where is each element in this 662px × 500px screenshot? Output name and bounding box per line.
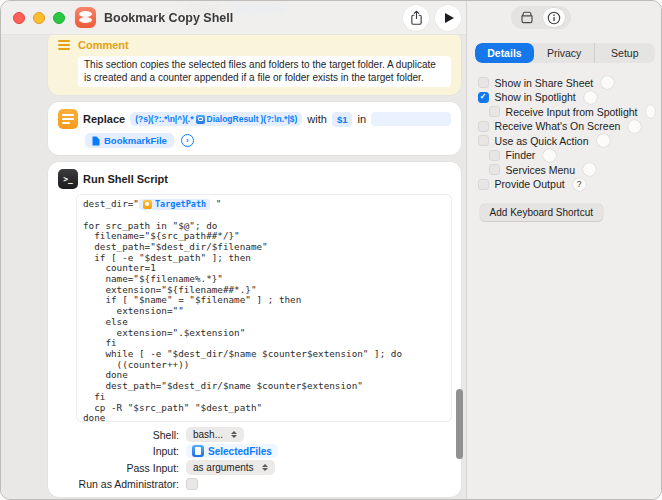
zoom-window-button[interactable] — [53, 12, 65, 24]
replace-action[interactable]: Replace (?s)(?:.*\n|^)(.* DialogResult )… — [48, 102, 461, 155]
titlebar: Bookmark Copy Shell — [1, 1, 466, 35]
editor-area: Reveal SelectedFile Bookmark Copy Shell — [1, 1, 466, 500]
script-body: for src_path in "$@"; do filename="${src… — [83, 220, 402, 422]
add-keyboard-shortcut-button[interactable]: Add Keyboard Shortcut — [480, 204, 603, 221]
pass-input-select[interactable]: as arguments — [186, 460, 275, 475]
tab-setup[interactable]: Setup — [594, 43, 655, 63]
action-library-icon — [520, 11, 534, 24]
run-as-admin-label: Run as Administrator: — [58, 478, 179, 490]
option-checkbox[interactable] — [478, 179, 489, 190]
option-label: Finder — [506, 149, 536, 161]
shell-label: Shell: — [58, 429, 179, 441]
share-icon — [410, 10, 423, 26]
in-label: in — [357, 113, 366, 125]
selectedfiles-icon — [192, 445, 204, 457]
dialog-result-variable[interactable]: DialogResult — [207, 114, 259, 124]
sidebar-option-row[interactable]: Receive Input from Spotlight — [489, 106, 655, 117]
shortcuts-window: Reveal SelectedFile Bookmark Copy Shell — [0, 0, 662, 500]
run-as-admin-checkbox[interactable] — [186, 478, 198, 490]
option-label: Services Menu — [506, 164, 575, 176]
help-icon[interactable]: ? — [573, 178, 586, 191]
comment-action[interactable]: Comment This section copies the selected… — [48, 31, 461, 95]
shell-action-title: Run Shell Script — [83, 173, 168, 185]
dialog-result-icon — [196, 115, 205, 124]
replace-action-title: Replace — [83, 113, 125, 125]
help-icon[interactable] — [646, 105, 656, 118]
comment-action-title: Comment — [78, 39, 129, 51]
help-icon[interactable] — [583, 163, 596, 176]
option-checkbox[interactable] — [489, 150, 500, 161]
script-suffix: " — [210, 198, 221, 209]
help-icon[interactable] — [628, 120, 641, 133]
info-icon — [547, 11, 561, 25]
tab-privacy[interactable]: Privacy — [534, 43, 594, 63]
comment-icon — [58, 40, 70, 50]
run-shell-script-action[interactable]: >_ Run Shell Script dest_dir="TargetPath… — [48, 162, 461, 497]
option-label: Show in Share Sheet — [495, 77, 594, 89]
script-prefix: dest_dir=" — [83, 198, 139, 209]
sidebar-option-row[interactable]: Use as Quick Action — [478, 135, 655, 146]
option-checkbox[interactable] — [489, 106, 500, 117]
help-icon[interactable] — [601, 76, 614, 89]
file-icon — [92, 136, 100, 146]
with-label: with — [307, 113, 327, 125]
minimize-window-button[interactable] — [33, 12, 45, 24]
pass-input-label: Pass Input: — [58, 462, 179, 474]
run-shortcut-button[interactable] — [435, 5, 461, 31]
traffic-lights — [13, 12, 65, 24]
regex-suffix: )(?:\n.*|$) — [261, 114, 298, 124]
close-window-button[interactable] — [13, 12, 25, 24]
chevron-updown-icon — [262, 464, 268, 471]
action-library-button[interactable] — [516, 8, 538, 27]
help-icon[interactable] — [597, 134, 610, 147]
replace-text-icon — [58, 109, 78, 129]
sidebar-option-row[interactable]: Receive What's On Screen — [478, 121, 655, 132]
option-checkbox[interactable] — [478, 135, 489, 146]
sidebar-options: Show in Share Sheet ✓ Show in Spotlight … — [478, 77, 655, 190]
terminal-icon: >_ — [58, 169, 78, 189]
panel-toggle — [511, 6, 571, 29]
script-editor[interactable]: dest_dir="TargetPath " for src_path in "… — [76, 194, 452, 422]
sidebar-option-row[interactable]: Services Menu — [489, 164, 655, 175]
option-checkbox[interactable] — [478, 121, 489, 132]
targetpath-token[interactable]: TargetPath — [139, 199, 210, 210]
bookmarkfile-token[interactable]: BookmarkFile — [85, 133, 174, 148]
help-icon[interactable] — [543, 149, 556, 162]
selectedfiles-token[interactable]: SelectedFiles — [186, 444, 278, 458]
option-label: Receive Input from Spotlight — [506, 106, 638, 118]
info-panel-button[interactable] — [543, 8, 565, 27]
chevron-updown-icon — [231, 431, 237, 438]
option-label: Receive What's On Screen — [495, 120, 621, 132]
comment-text-field[interactable]: This section copies the selected files a… — [78, 56, 451, 87]
replace-target-field[interactable] — [371, 112, 451, 126]
sidebar-tabs: DetailsPrivacySetup — [475, 43, 655, 63]
regex-prefix: (?s)(?:.*\n|^)(.* — [135, 114, 193, 124]
sidebar-option-row[interactable]: Provide Output ? — [478, 179, 655, 190]
sidebar-option-row[interactable]: Finder — [489, 150, 655, 161]
actions-canvas: Comment This section copies the selected… — [1, 1, 466, 500]
replacement-field[interactable]: $1 — [332, 112, 353, 127]
option-checkbox[interactable] — [489, 164, 500, 175]
option-checkbox[interactable]: ✓ — [478, 92, 489, 103]
help-icon[interactable] — [584, 91, 597, 104]
input-label: Input: — [58, 445, 179, 457]
option-checkbox[interactable] — [478, 77, 489, 88]
option-label: Provide Output — [495, 178, 565, 190]
expand-parameters-button[interactable]: › — [181, 134, 194, 147]
shell-select[interactable]: bash... — [186, 427, 244, 442]
script-code[interactable]: dest_dir="TargetPath " for src_path in "… — [83, 199, 445, 422]
tab-details[interactable]: Details — [475, 43, 535, 63]
option-label: Use as Quick Action — [495, 135, 589, 147]
inspector-sidebar: DetailsPrivacySetup Show in Share Sheet … — [466, 1, 661, 500]
shortcut-icon — [75, 7, 96, 28]
option-label: Show in Spotlight — [495, 91, 576, 103]
vertical-scrollbar[interactable] — [456, 389, 463, 459]
shell-parameters: Shell: bash... Input: SelectedFiles — [58, 427, 451, 491]
share-button[interactable] — [403, 5, 429, 31]
sidebar-option-row[interactable]: Show in Share Sheet — [478, 77, 655, 88]
targetpath-icon — [143, 200, 152, 209]
sidebar-option-row[interactable]: ✓ Show in Spotlight — [478, 92, 655, 103]
regex-pattern-field[interactable]: (?s)(?:.*\n|^)(.* DialogResult )(?:\n.*|… — [130, 112, 302, 126]
play-icon — [445, 13, 454, 23]
window-title: Bookmark Copy Shell — [104, 11, 233, 25]
